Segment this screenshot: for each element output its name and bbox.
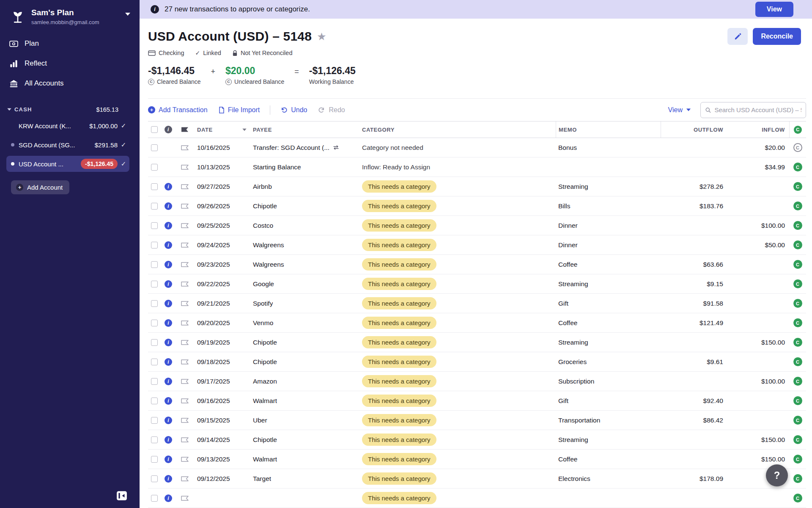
flag-cell[interactable] (176, 359, 194, 365)
redo-button[interactable]: Redo (318, 106, 345, 114)
cleared-icon[interactable]: C (793, 455, 802, 464)
category-badge[interactable]: This needs a category (362, 239, 436, 251)
cleared-icon[interactable]: C (793, 474, 802, 483)
flag-cell[interactable] (176, 476, 194, 482)
info-icon[interactable]: i (165, 436, 172, 444)
column-header-payee[interactable]: PAYEE (253, 121, 362, 138)
info-icon[interactable]: i (165, 417, 172, 424)
category-badge[interactable]: This needs a category (362, 258, 436, 271)
row-checkbox[interactable] (151, 436, 158, 443)
info-icon[interactable]: i (165, 397, 172, 405)
table-row[interactable]: i 09/17/2025 Amazon This needs a categor… (148, 372, 806, 391)
sidebar-item-plan[interactable]: Plan (0, 34, 140, 54)
cleared-icon[interactable]: C (793, 299, 802, 308)
banner-view-button[interactable]: View (755, 2, 793, 17)
info-icon[interactable]: i (165, 456, 172, 463)
column-header-inflow[interactable]: INFLOW (727, 121, 789, 138)
category-badge[interactable]: This needs a category (362, 356, 436, 368)
table-row[interactable]: i 09/20/2025 Venmo This needs a category… (148, 313, 806, 333)
search-input[interactable] (714, 106, 801, 113)
flag-cell[interactable] (176, 301, 194, 306)
category-badge[interactable]: This needs a category (362, 472, 436, 485)
info-icon[interactable]: i (165, 183, 172, 190)
row-checkbox[interactable] (151, 261, 158, 268)
flag-cell[interactable] (176, 320, 194, 326)
category-badge[interactable]: This needs a category (362, 200, 436, 212)
table-row[interactable]: i 09/23/2025 Walgreens This needs a cate… (148, 255, 806, 274)
view-dropdown[interactable]: View (668, 106, 691, 114)
cleared-icon[interactable]: C (793, 163, 802, 171)
row-checkbox[interactable] (151, 320, 158, 326)
cleared-icon[interactable]: C (793, 318, 802, 327)
table-row[interactable]: i 09/18/2025 Chipotle This needs a categ… (148, 352, 806, 372)
row-checkbox[interactable] (151, 281, 158, 287)
cleared-icon[interactable]: C (793, 279, 802, 288)
sidebar-item-reflect[interactable]: Reflect (0, 54, 140, 74)
flag-cell[interactable] (176, 417, 194, 423)
info-icon[interactable]: i (165, 300, 172, 307)
row-checkbox[interactable] (151, 339, 158, 346)
category-badge[interactable]: This needs a category (362, 180, 436, 193)
cleared-icon[interactable]: C (793, 182, 802, 191)
row-checkbox[interactable] (151, 398, 158, 404)
collapse-sidebar-button[interactable] (116, 490, 127, 501)
flag-cell[interactable] (176, 398, 194, 404)
category-badge[interactable]: This needs a category (362, 297, 436, 309)
row-checkbox[interactable] (151, 300, 158, 307)
sidebar-account-krw[interactable]: KRW Account (K... $1,000.00 ✓ (0, 116, 140, 135)
cleared-icon[interactable]: C (793, 357, 802, 366)
category-badge[interactable]: This needs a category (362, 395, 436, 407)
category-badge[interactable]: This needs a category (362, 433, 436, 446)
info-icon[interactable]: i (165, 358, 172, 366)
category-badge[interactable]: This needs a category (362, 278, 436, 290)
info-icon[interactable]: i (165, 202, 172, 210)
info-icon[interactable]: i (165, 222, 172, 229)
info-icon[interactable]: i (165, 494, 172, 502)
row-checkbox[interactable] (151, 378, 158, 385)
cleared-icon[interactable]: C (793, 260, 802, 269)
column-header-date[interactable]: DATE (194, 121, 253, 138)
table-row[interactable]: i 09/24/2025 Walgreens This needs a cate… (148, 235, 806, 255)
table-row[interactable]: i 09/19/2025 Chipotle This needs a categ… (148, 333, 806, 352)
flag-cell[interactable] (176, 378, 194, 384)
flag-cell[interactable] (176, 223, 194, 229)
table-row[interactable]: 10/16/2025 Transfer: SGD Account (... Ca… (148, 138, 806, 157)
table-row[interactable]: i This needs a category C (148, 489, 806, 508)
info-icon[interactable]: i (165, 475, 172, 483)
row-checkbox[interactable] (151, 417, 158, 424)
table-row[interactable]: i 09/15/2025 Uber This needs a category … (148, 411, 806, 430)
column-header-cleared[interactable]: C (789, 121, 806, 138)
file-import-button[interactable]: File Import (219, 106, 260, 114)
edit-account-button[interactable] (727, 28, 748, 45)
info-icon[interactable]: i (165, 339, 172, 346)
cleared-icon[interactable]: C (793, 494, 802, 502)
row-checkbox[interactable] (151, 475, 158, 482)
flag-cell[interactable] (176, 184, 194, 190)
cleared-icon[interactable]: C (793, 377, 802, 386)
cleared-icon[interactable]: C (793, 338, 802, 347)
table-row[interactable]: i 09/13/2025 Walmart This needs a catego… (148, 450, 806, 469)
sidebar-account-sgd[interactable]: SGD Account (SG... $291.58 ✓ (0, 135, 140, 155)
table-row[interactable]: i 09/12/2025 Target This needs a categor… (148, 469, 806, 489)
row-checkbox[interactable] (151, 203, 158, 210)
table-row[interactable]: i 09/27/2025 Airbnb This needs a categor… (148, 177, 806, 196)
flag-cell[interactable] (176, 456, 194, 462)
cleared-icon[interactable]: C (793, 202, 802, 210)
info-icon[interactable]: i (165, 319, 172, 327)
row-checkbox[interactable] (151, 164, 158, 171)
column-header-memo[interactable]: MEMO (556, 121, 661, 138)
flag-cell[interactable] (176, 164, 194, 170)
table-row[interactable]: i 09/21/2025 Spotify This needs a catego… (148, 294, 806, 313)
info-icon[interactable]: i (165, 261, 172, 268)
select-all-checkbox[interactable] (151, 126, 158, 133)
row-checkbox[interactable] (151, 359, 158, 365)
flag-cell[interactable] (176, 262, 194, 268)
star-icon[interactable]: ★ (317, 30, 326, 43)
table-row[interactable]: i 09/22/2025 Google This needs a categor… (148, 274, 806, 294)
column-header-category[interactable]: CATEGORY (362, 121, 556, 138)
cleared-icon[interactable]: C (793, 221, 802, 230)
row-checkbox[interactable] (151, 242, 158, 248)
info-icon[interactable]: i (165, 241, 172, 249)
category-badge[interactable]: This needs a category (362, 219, 436, 232)
table-row[interactable]: i 09/16/2025 Walmart This needs a catego… (148, 391, 806, 411)
